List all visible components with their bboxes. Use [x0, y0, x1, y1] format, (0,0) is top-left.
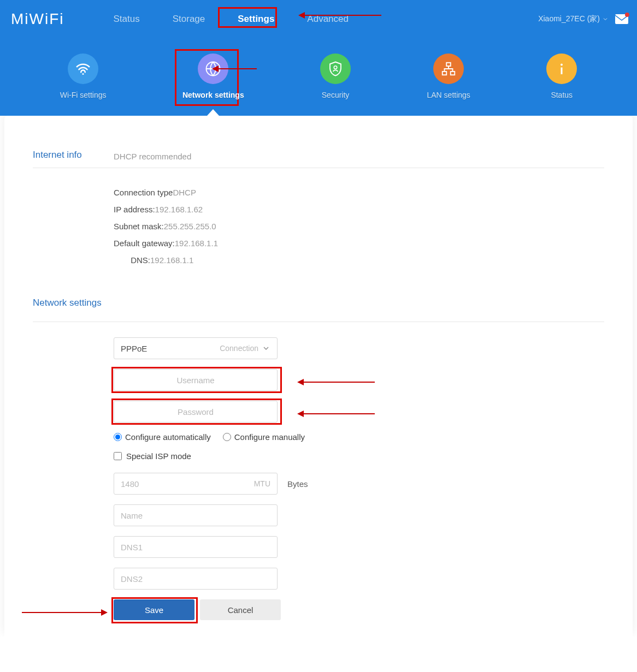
value-ip: 192.168.1.62 — [155, 205, 203, 214]
network-settings-title: Network settings — [33, 298, 114, 315]
mtu-unit: Bytes — [287, 479, 308, 489]
subnav-label: Security — [322, 91, 350, 99]
info-icon — [546, 53, 577, 84]
subnav-label: Wi-Fi settings — [60, 91, 107, 99]
subnav-network-settings[interactable]: Network settings — [182, 53, 244, 99]
value-dns: 192.168.1.1 — [150, 255, 193, 265]
chevron-down-icon — [602, 16, 609, 22]
label-subnet: Subnet mask: — [114, 222, 164, 231]
subnav-lan-settings[interactable]: LAN settings — [427, 53, 470, 99]
label-gateway: Default gateway: — [114, 239, 175, 248]
settings-subnav: Wi-Fi settings Network settings Security… — [0, 38, 637, 116]
password-input[interactable] — [121, 407, 270, 417]
radio-label-manual: Configure manually — [234, 432, 305, 442]
subnav-label: Status — [551, 91, 573, 99]
value-gateway: 192.168.1.1 — [175, 239, 218, 248]
internet-info-title: Internet info — [33, 150, 114, 161]
svg-rect-6 — [451, 72, 455, 75]
svg-point-3 — [334, 66, 337, 69]
internet-info-subtitle: DHCP recommended — [114, 150, 191, 161]
subnav-security[interactable]: Security — [320, 53, 351, 99]
name-input[interactable] — [121, 511, 270, 520]
chevron-down-icon — [262, 344, 270, 353]
subnav-wifi-settings[interactable]: Wi-Fi settings — [60, 53, 107, 99]
wifi-icon — [68, 53, 98, 84]
device-dropdown[interactable]: Xiaomi_27EC (家) — [538, 14, 609, 24]
topnav-settings[interactable]: Settings — [221, 9, 291, 29]
svg-point-1 — [82, 73, 84, 75]
shield-icon — [320, 53, 351, 84]
topnav-status[interactable]: Status — [97, 9, 156, 29]
special-isp-input[interactable] — [114, 452, 122, 460]
svg-rect-4 — [446, 63, 451, 66]
cancel-button[interactable]: Cancel — [200, 599, 281, 620]
subnav-label: Network settings — [182, 91, 244, 99]
configure-auto-radio[interactable]: Configure automatically — [114, 432, 211, 442]
value-conn-type: DHCP — [173, 188, 196, 197]
lan-icon — [433, 53, 464, 84]
username-input[interactable] — [121, 376, 270, 385]
svg-rect-5 — [443, 72, 447, 75]
globe-icon — [198, 53, 228, 84]
subnav-status[interactable]: Status — [546, 53, 577, 99]
label-conn-type: Connection type — [114, 188, 173, 197]
special-isp-checkbox[interactable]: Special ISP mode — [114, 451, 604, 461]
radio-input-manual[interactable] — [223, 433, 231, 441]
dns2-input[interactable] — [121, 574, 270, 584]
topnav-storage[interactable]: Storage — [156, 9, 222, 29]
label-dns: DNS: — [114, 255, 150, 265]
topnav-advanced[interactable]: Advanced — [291, 9, 365, 29]
mtu-suffix: MTU — [250, 479, 270, 488]
notification-dot-icon — [625, 13, 629, 17]
mtu-input[interactable] — [121, 479, 250, 489]
internet-info-list: Connection typeDHCP IP address:192.168.1… — [114, 188, 604, 265]
dns1-input[interactable] — [121, 543, 270, 552]
save-button[interactable]: Save — [114, 599, 194, 620]
top-nav: Status Storage Settings Advanced — [97, 9, 539, 29]
value-subnet: 255.255.255.0 — [164, 222, 216, 231]
radio-input-auto[interactable] — [114, 433, 122, 441]
label-ip: IP address: — [114, 205, 155, 214]
connection-type-value: PPPoE — [121, 344, 147, 353]
configure-manual-radio[interactable]: Configure manually — [223, 432, 305, 442]
logo: MiWiFi — [11, 10, 64, 28]
svg-rect-8 — [561, 68, 563, 75]
radio-label-auto: Configure automatically — [125, 432, 211, 442]
connection-type-select[interactable]: PPPoE Connection — [114, 337, 278, 359]
special-isp-label: Special ISP mode — [126, 451, 191, 461]
svg-point-7 — [561, 64, 563, 66]
connection-type-suffix: Connection — [215, 344, 258, 353]
subnav-label: LAN settings — [427, 91, 470, 99]
device-name-text: Xiaomi_27EC (家) — [538, 14, 600, 24]
mail-button[interactable] — [615, 14, 628, 24]
